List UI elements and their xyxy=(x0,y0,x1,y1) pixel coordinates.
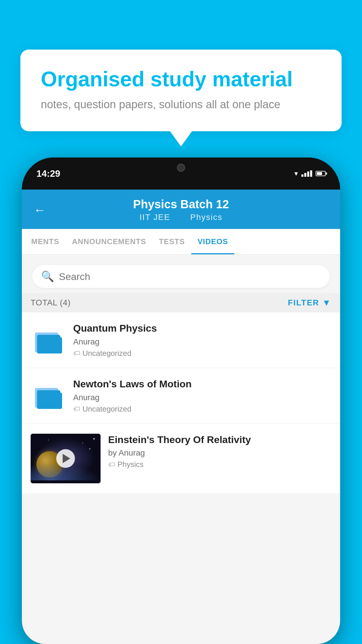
wifi-icon: ▾ xyxy=(294,169,298,178)
speech-bubble: Organised study material notes, question… xyxy=(20,50,342,131)
app-header: ← Physics Batch 12 IIT JEE Physics xyxy=(22,190,340,229)
tag-icon: 🏷 xyxy=(73,405,80,413)
tag-icon: 🏷 xyxy=(108,461,115,469)
video-thumbnail xyxy=(31,434,101,483)
status-bar: 14:29 ▾ xyxy=(22,158,340,190)
app-screen: ← Physics Batch 12 IIT JEE Physics MENTS… xyxy=(22,190,340,644)
tab-ments[interactable]: MENTS xyxy=(25,229,66,254)
back-button[interactable]: ← xyxy=(34,203,46,217)
video-tag: 🏷 Uncategorized xyxy=(73,405,331,414)
battery-icon xyxy=(316,171,326,176)
video-title: Quantum Physics xyxy=(73,322,331,334)
list-item[interactable]: Einstein's Theory Of Relativity by Anura… xyxy=(22,424,340,493)
video-info: Quantum Physics Anurag 🏷 Uncategorized xyxy=(73,322,331,358)
phone-frame: 14:29 ▾ ← Physics B xyxy=(22,158,340,644)
search-bar: 🔍 xyxy=(32,265,330,288)
folder-thumbnail xyxy=(31,322,66,357)
search-icon: 🔍 xyxy=(41,270,54,283)
tag-icon: 🏷 xyxy=(73,349,80,357)
filter-bar: TOTAL (4) FILTER ▼ xyxy=(22,293,340,312)
filter-button[interactable]: FILTER ▼ xyxy=(288,298,331,308)
video-info: Newton's Laws of Motion Anurag 🏷 Uncateg… xyxy=(73,378,331,414)
video-info: Einstein's Theory Of Relativity by Anura… xyxy=(108,434,331,469)
video-author: Anurag xyxy=(73,393,331,402)
batch-title: Physics Batch 12 xyxy=(133,198,229,211)
tab-videos[interactable]: VIDEOS xyxy=(191,229,234,254)
status-icons: ▾ xyxy=(294,169,326,178)
filter-label: FILTER xyxy=(288,298,319,307)
play-button[interactable] xyxy=(56,449,75,468)
status-time: 14:29 xyxy=(36,168,60,179)
search-input[interactable] xyxy=(59,271,321,282)
video-list: Quantum Physics Anurag 🏷 Uncategorized xyxy=(22,312,340,493)
folder-icon xyxy=(34,326,63,354)
tab-tests[interactable]: TESTS xyxy=(152,229,191,254)
subtitle-iitjee: IIT JEE xyxy=(140,213,170,222)
tab-announcements[interactable]: ANNOUNCEMENTS xyxy=(66,229,152,254)
video-tag: 🏷 Uncategorized xyxy=(73,349,331,358)
total-count: TOTAL (4) xyxy=(31,298,71,307)
phone-notch xyxy=(155,158,207,178)
video-tag: 🏷 Physics xyxy=(108,460,331,469)
camera xyxy=(177,164,185,172)
tab-bar: MENTS ANNOUNCEMENTS TESTS VIDEOS xyxy=(22,229,340,255)
video-title: Newton's Laws of Motion xyxy=(73,378,331,390)
video-author: Anurag xyxy=(73,337,331,346)
signal-icon xyxy=(301,170,312,177)
folder-thumbnail xyxy=(31,378,66,413)
folder-icon xyxy=(34,382,63,409)
list-item[interactable]: Quantum Physics Anurag 🏷 Uncategorized xyxy=(22,312,340,368)
video-title: Einstein's Theory Of Relativity xyxy=(108,434,331,446)
list-item[interactable]: Newton's Laws of Motion Anurag 🏷 Uncateg… xyxy=(22,368,340,424)
speech-bubble-title: Organised study material xyxy=(41,67,321,91)
speech-bubble-subtitle: notes, question papers, solutions all at… xyxy=(41,98,321,111)
video-author: by Anurag xyxy=(108,448,331,458)
filter-icon: ▼ xyxy=(322,298,331,308)
subtitle-physics: Physics xyxy=(190,213,222,222)
batch-subtitle: IIT JEE Physics xyxy=(133,213,229,222)
